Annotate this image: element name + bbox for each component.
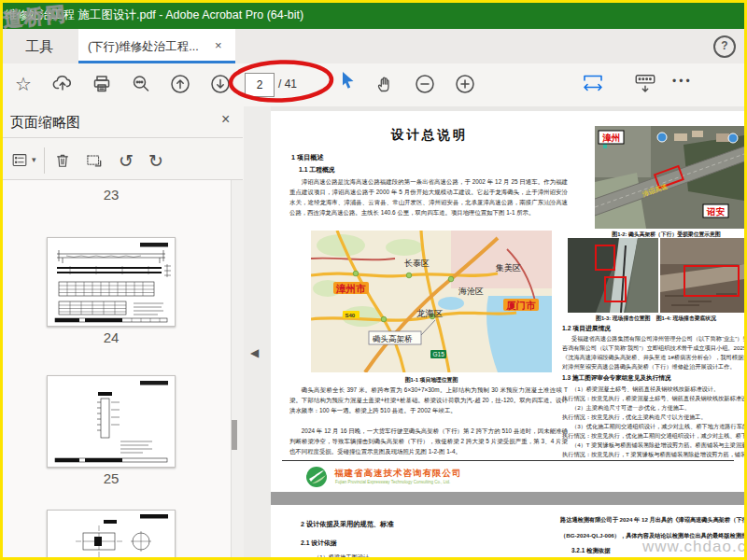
- review-line: （3）优化施工期间交通组织设计，减少对主线、桥下地方道路行车的影响。: [571, 423, 744, 431]
- rotate-ccw-icon[interactable]: ↺: [115, 149, 137, 172]
- help-icon[interactable]: ?: [713, 35, 736, 58]
- star-icon[interactable]: ☆: [11, 72, 35, 96]
- company-name-en: Fujian Provincial Expressway Technology …: [335, 480, 450, 484]
- section-heading: 2.1 设计依据: [301, 539, 337, 548]
- map-label-zhangzhou-city: 漳州市: [335, 283, 366, 294]
- rotate-cw-icon[interactable]: ↻: [145, 149, 167, 172]
- thumbnail-page-number: 24: [3, 329, 219, 345]
- tab-document[interactable]: (下行)维修处治工程... ×: [78, 29, 235, 63]
- impact-photo-left: [568, 238, 658, 313]
- print-icon[interactable]: [90, 72, 114, 96]
- thumbnails-panel: 页面缩略图 × ▾ ↺ ↻ 23: [3, 106, 245, 557]
- review-line: 执行情况：按意见执行，优化主梁构造尺寸以方便施工。: [562, 413, 707, 422]
- map-shield-g15: G15: [433, 351, 445, 357]
- page-footer-rule: [282, 460, 734, 461]
- zoom-in-icon[interactable]: [453, 72, 477, 96]
- document-viewport[interactable]: 设计总说明 1 项目概述 1.1 工程概况 漳诏高速公路是沈海高速公路福建段的第…: [271, 106, 744, 557]
- paragraph: 磡头高架桥全长 397 米。桥跨布置为 6×30+7×30m。上部结构为预制 3…: [289, 385, 568, 415]
- divider: [3, 137, 243, 138]
- section-heading: 1.1 工程概况: [299, 165, 335, 175]
- section-heading: 1.2 项目进展情况: [562, 324, 611, 333]
- sat-label-zhangzhou: 漳州: [602, 133, 620, 143]
- satellite-image: 漳诏高速 漳州 诏安: [595, 126, 744, 229]
- acrobat-window: 维修处治工程 施工图设计.pdf - Adobe Acrobat Pro (64…: [0, 0, 747, 560]
- delete-pages-icon[interactable]: [51, 149, 74, 172]
- review-line: （1）桥梁混凝土标号、钢筋直径及钢绞线按新标准设计。: [571, 385, 719, 394]
- section-heading: 1 项目概述: [291, 153, 324, 162]
- review-line: （2）主梁构造尺寸可进一步优化，方便施工。: [571, 404, 690, 413]
- thumbnail-page-25[interactable]: [47, 375, 176, 468]
- panel-scrollbar-track[interactable]: [231, 180, 244, 557]
- sat-label-zhaoan: 诏安: [706, 206, 726, 217]
- company-name-cn: 福建省高速技术咨询有限公司: [334, 468, 462, 480]
- main-toolbar: ☆ 2 / 41 32.2% ▾: [0, 63, 747, 107]
- tab-tools[interactable]: 工具: [6, 29, 73, 63]
- review-line: 执行情况：按意见执行，T 梁翼缘板与桥面铺装凿除处增设剪力筋，铺装与主: [562, 451, 744, 459]
- map-callout-bridge: 磡头高架桥: [373, 334, 413, 343]
- paragraph-line: 对漳州至诏安高速公路磡头高架桥（下行）维修处治开展设计工作。: [562, 363, 736, 371]
- paragraph: 2024 年 12 月 16 日晚，一大货车行驶至磡头高架桥（下行）第 2 跨下…: [289, 427, 568, 456]
- map-label-jimei: 集美区: [495, 263, 521, 273]
- figure-caption: 图1-1 项目地理位置图: [311, 376, 552, 385]
- thumbnail-page-26[interactable]: [47, 510, 176, 557]
- review-line: 执行情况：按意见执行，桥梁混凝土标号、钢筋直径及钢绞线按新标准设计: [562, 395, 744, 403]
- review-line: 执行情况：按意见执行，优化施工期间交通组织设计，减少对主线、桥下地方: [562, 432, 744, 441]
- tab-close-icon[interactable]: ×: [215, 38, 222, 52]
- title-bar: 维修处治工程 施工图设计.pdf - Adobe Acrobat Pro (64…: [0, 0, 747, 29]
- panel-scrollbar-thumb[interactable]: [232, 420, 237, 450]
- previous-page-icon[interactable]: [168, 72, 192, 96]
- collapse-panel-icon[interactable]: ◀: [250, 346, 259, 359]
- thumbnail-list: 23: [3, 180, 243, 557]
- panel-close-icon[interactable]: ×: [221, 111, 230, 128]
- figure-caption: 图1-3: 现场撞击位置图 图1-4: 现场撞击梁底状况: [568, 315, 744, 323]
- page-number-annotation-ellipse: [227, 58, 337, 106]
- thumbnail-page-24[interactable]: [47, 237, 176, 327]
- map-label-changtai: 长泰区: [404, 259, 430, 268]
- paragraph: 漳诏高速公路是沈海高速公路福建段的第一条出省高速公路，于 2002 年 12 月…: [289, 176, 568, 217]
- thumbnail-page-number: 23: [3, 187, 219, 203]
- paragraph-line: 路达通检测有限公司于 2024 年 12 月出具的《漳诏高速磡头高架桥（下行）车…: [560, 516, 744, 525]
- extract-pages-icon[interactable]: [83, 149, 106, 172]
- map-label-longhai: 龙海区: [416, 308, 444, 318]
- share-upload-icon[interactable]: [50, 72, 75, 96]
- hide-toolbar-icon[interactable]: [633, 72, 657, 96]
- zoom-out-icon[interactable]: [413, 72, 437, 96]
- map-shield-s40: S40: [345, 313, 356, 318]
- watermark-bottom-right: www.chdao.com: [642, 538, 747, 556]
- location-map-image: 长泰区 集美区 海沧区 龙海区 漳州市 厦门市 S40 G15 磡头高架桥: [311, 231, 552, 372]
- review-line: （4）T 梁翼缘板与桥面铺装凿除处增设剪力筋。桥面铺装与主梁混凝土同: [571, 441, 744, 450]
- thumbnail-options-icon[interactable]: [8, 149, 31, 172]
- map-label-xiamen-city: 厦门市: [505, 300, 536, 311]
- hand-tool-icon[interactable]: [373, 72, 397, 96]
- paragraph-line: （1）桥梁施工图设计: [314, 553, 369, 557]
- paragraph-line: 受福建省高速公路集团有限公司漳州管理分公司（以下简称“业主”）委托: [571, 335, 744, 343]
- impact-photo-right: [660, 238, 744, 313]
- tab-document-label: (下行)维修处治工程...: [88, 39, 199, 55]
- panel-splitter[interactable]: [244, 106, 271, 557]
- more-tools-icon[interactable]: •••: [672, 75, 693, 88]
- thumbnail-page-number: 25: [3, 470, 219, 486]
- section-heading: 3.2.1 检测依据: [571, 547, 611, 555]
- pdf-page-2: 设计总说明 1 项目概述 1.1 工程概况 漳诏高速公路是沈海高速公路福建段的第…: [271, 111, 744, 492]
- page-title: 设计总说明: [345, 127, 514, 144]
- panel-title: 页面缩略图: [10, 114, 80, 132]
- fit-width-icon[interactable]: [581, 72, 605, 96]
- divider: [44, 147, 45, 174]
- chevron-down-icon[interactable]: ▾: [32, 155, 36, 164]
- search-icon[interactable]: [129, 72, 153, 96]
- map-label-haicang: 海沧区: [458, 287, 484, 296]
- paragraph-line: 《沈海高速漳诏段磡头高架桥、井头至道 1#桥病害分析会》，我司根据病害分析: [562, 354, 744, 362]
- section-heading: 2 设计依据及采用的规范、标准: [301, 520, 393, 529]
- section-heading: 1.3 施工图评审会专家组意见及执行情况: [562, 374, 671, 383]
- company-logo: [304, 465, 329, 489]
- select-tool-cursor-icon[interactable]: [336, 70, 360, 94]
- paragraph-line: 咨询有限公司（以下简称“我司”）立即组织技术骨干成立项目小组。2025.1.9: [562, 344, 744, 353]
- page-separator: [271, 492, 744, 505]
